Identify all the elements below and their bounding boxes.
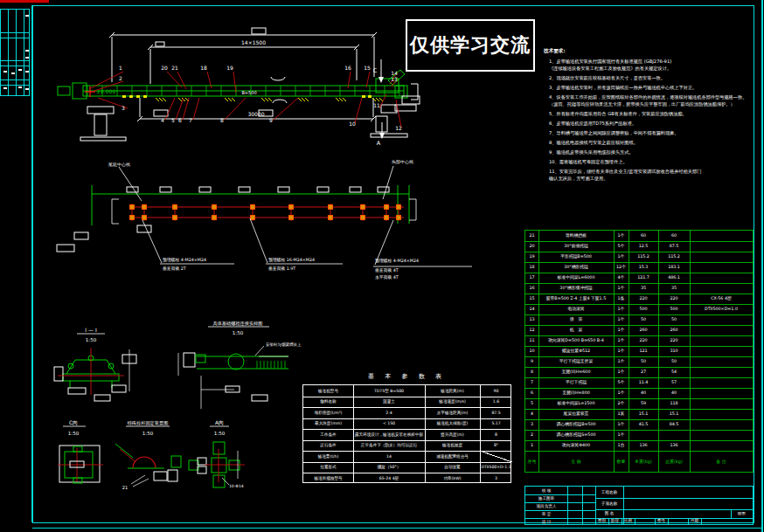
support-structure <box>154 110 168 116</box>
bom-cell <box>690 440 753 451</box>
bom-cell: 1个 <box>614 367 629 377</box>
bom-cell: 15.3 <box>629 262 658 273</box>
titleblock-bottom-label: 日期 <box>688 518 701 524</box>
anchor-square <box>130 216 135 220</box>
scale-label: 1:50 <box>233 330 244 335</box>
bom-header-cell: 备 注 <box>690 451 753 473</box>
plan-stand <box>278 187 289 192</box>
param-cell: 工作条件 <box>303 429 353 440</box>
bom-cell: 183.1 <box>658 262 690 273</box>
s1-detail <box>112 385 126 392</box>
bom-cell: 17 <box>525 273 538 283</box>
titleblock-bottom-label: 阶段 <box>608 518 622 524</box>
param-cell: 混凝土 <box>353 397 425 408</box>
param-cell: 最大块度(mm) <box>303 418 353 430</box>
bom-cell: 11.4 <box>629 377 658 388</box>
bom-cell: 弹 簧 <box>538 314 614 325</box>
anchor-square <box>142 205 147 210</box>
bom-cell: 30°前倾托辊 <box>538 241 614 252</box>
param-cell: 堆积密度(t/m³) <box>303 407 353 418</box>
bom-cell: 60 <box>658 231 690 241</box>
bom-cell: 平行下托辊支撑架 <box>538 356 614 367</box>
section-mark: A <box>377 140 381 147</box>
dimension-label: 30000 <box>247 111 264 117</box>
note-item: 11、安装完毕后，须经有关单位及业主/监理安装调试验收合格并经相关部门 确认无误… <box>549 168 754 182</box>
plan-detail <box>74 232 88 239</box>
anchor-square <box>361 216 365 220</box>
support-hatch <box>159 98 163 101</box>
bom-cell: 1个 <box>614 231 629 241</box>
bom-cell: 导料槽挡板 <box>538 231 614 241</box>
support-hatch <box>163 98 166 101</box>
bom-cell: 1个 <box>614 252 629 262</box>
param-cell: 输送机大倾角(度) <box>425 418 480 430</box>
support-hatch <box>336 98 339 101</box>
bom-cell: 50 <box>629 314 658 325</box>
bom-cell: 41.5 <box>629 419 658 430</box>
callout-label: 2 <box>119 75 122 81</box>
section-arrow-a <box>379 133 385 139</box>
titleblock-role-label: 设 计 <box>525 518 567 526</box>
bom-cell: 1个 <box>614 325 629 335</box>
param-cell: 87.5 <box>480 407 512 418</box>
bom-cell: 1个 <box>614 356 629 367</box>
bom-cell: 15.1 <box>629 409 658 419</box>
level-label: ±0.000 <box>96 88 115 94</box>
s5-top <box>213 442 225 454</box>
param-cell: 输送量(t/h) <box>303 451 353 462</box>
leader-line <box>355 98 362 123</box>
bom-cell: 调心槽形托辊B=500 <box>538 419 614 430</box>
plan-stand <box>239 187 250 192</box>
bom-cell: 310 <box>658 346 690 356</box>
param-cell: 8° <box>480 440 512 452</box>
param-cell: 拉紧形式 <box>303 462 353 473</box>
bom-cell: 136 <box>629 440 658 451</box>
bom-cell: 19 <box>525 252 538 262</box>
bom-cell: 59 <box>629 398 658 409</box>
param-cell: 输送机坡度 <box>425 440 480 452</box>
bom-cell: 12个 <box>614 262 629 273</box>
section-title: C向 <box>69 419 78 425</box>
titleblock-role-label: 施工图审 <box>525 494 567 502</box>
bom-cell: 12.5 <box>629 241 658 252</box>
bom-cell: 4个 <box>614 273 629 283</box>
s4-detail <box>154 472 167 480</box>
bom-cell: 18 <box>525 262 538 273</box>
belt-dash <box>129 95 133 98</box>
leader-line <box>396 100 401 128</box>
anchor-label: 水平荷载 4T <box>375 274 399 280</box>
support-hatch <box>178 98 182 101</box>
bom-cell: 1个 <box>614 314 629 325</box>
tie-rod <box>120 449 135 461</box>
plan-stand <box>160 187 171 192</box>
note-item: 7、导料槽与输送带之间间隙应调整密贴，中间不得有漏料现象。 <box>549 129 754 136</box>
titleblock-role-label: 项目负责人 <box>525 502 567 510</box>
bom-cell: 115.2 <box>629 252 658 262</box>
param-cell: DTII500×D-1.1 <box>480 462 512 473</box>
bom-cell: 84.5 <box>658 419 690 430</box>
note-item: 9、输送机皮带接头采用电缆扣接头方式。 <box>549 149 754 155</box>
title-block: 校 核施工图审项目负责人审 定设 计工程名称子项名称图 名附图图别阶段比例图号日… <box>524 486 754 525</box>
param-cell: 螺旋（50°） <box>353 462 425 473</box>
project-name-label: 工程名称 <box>595 487 623 498</box>
param-cell: 14 <box>353 451 425 462</box>
bom-cell: 50 <box>658 356 690 367</box>
support-structure <box>371 134 407 137</box>
bom-cell: 30°槽形缓冲托辊 <box>538 283 614 294</box>
bom-cell: 500 <box>629 304 658 314</box>
bom-header-cell: 总重(kg) <box>658 451 690 473</box>
bom-cell: 5个 <box>614 241 629 252</box>
tail-hopper <box>58 86 70 95</box>
s1-detail <box>68 388 86 394</box>
clamp-arc <box>133 457 156 468</box>
grid-line <box>635 518 636 524</box>
param-cell: 物料名称 <box>303 397 353 408</box>
bom-cell: 1条 <box>614 294 629 304</box>
anchor-label: 预埋螺栓 4-M24×M24 <box>375 258 419 264</box>
plan-stand <box>350 187 361 192</box>
bom-cell <box>690 346 753 356</box>
watermark-text: 仅供学习交流 <box>410 32 531 59</box>
bom-cell: 121.7 <box>629 273 658 283</box>
support-hatch <box>265 98 268 101</box>
bom-cell: 2 <box>525 430 538 440</box>
